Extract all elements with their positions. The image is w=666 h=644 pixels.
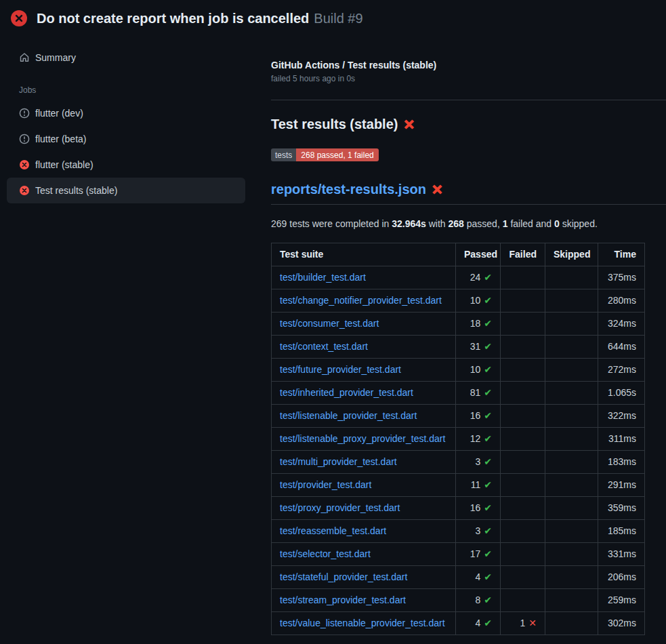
cross-mark-icon: ❌︎ [432, 183, 442, 196]
col-header-passed: Passed [456, 243, 501, 266]
table-row: test/listenable_provider_test.dart 16✔ ✕… [272, 405, 645, 428]
sidebar-item-test-results-stable[interactable]: Test results (stable) [7, 178, 245, 203]
check-icon: ✔ [484, 571, 492, 582]
passed-cell: 24✔ [456, 266, 501, 289]
test-suite-cell: test/context_test.dart [272, 336, 456, 359]
skipped-cell [545, 543, 598, 566]
test-suite-link[interactable]: test/provider_test.dart [280, 479, 371, 490]
time-cell: 375ms [598, 266, 645, 289]
test-suite-cell: test/selector_test.dart [272, 543, 456, 566]
failed-count: 1 [520, 618, 525, 628]
failed-cell: ✕ [501, 405, 545, 428]
check-icon: ✔ [484, 387, 492, 398]
test-suite-link[interactable]: test/context_test.dart [280, 341, 368, 352]
table-row: test/context_test.dart 31✔ ✕ 644ms [272, 336, 645, 359]
sidebar-item-flutter-dev[interactable]: flutter (dev) [7, 100, 245, 126]
test-suite-cell: test/listenable_proxy_provider_test.dart [272, 428, 456, 451]
summary-duration: 32.964s [392, 218, 426, 229]
skipped-cell [545, 405, 598, 428]
check-icon: ✔ [484, 548, 492, 559]
test-suite-link[interactable]: test/stream_provider_test.dart [280, 595, 406, 605]
passed-cell: 81✔ [456, 382, 501, 405]
check-icon: ✔ [484, 341, 492, 352]
passed-count: 4 [475, 571, 480, 582]
test-suite-link[interactable]: test/inherited_provider_test.dart [280, 387, 413, 398]
skipped-cell [545, 359, 598, 382]
badge-value: 268 passed, 1 failed [296, 148, 378, 161]
test-suite-cell: test/inherited_provider_test.dart [272, 382, 456, 405]
sidebar-item-flutter-stable[interactable]: flutter (stable) [7, 152, 245, 178]
table-row: test/value_listenable_provider_test.dart… [272, 612, 645, 635]
test-suite-link[interactable]: test/listenable_proxy_provider_test.dart [280, 433, 445, 444]
check-icon: ✔ [484, 502, 492, 513]
failed-cell: ✕ [501, 266, 545, 289]
time-cell: 324ms [598, 313, 645, 336]
skipped-cell [545, 474, 598, 497]
col-header-failed: Failed [501, 243, 545, 266]
run-header: Do not create report when job is cancell… [0, 0, 666, 35]
cross-mark-icon: ❌︎ [404, 118, 413, 131]
test-suite-link[interactable]: test/selector_test.dart [280, 548, 371, 559]
run-build-number: Build #9 [314, 11, 362, 26]
passed-cell: 10✔ [456, 289, 501, 313]
passed-count: 4 [475, 618, 480, 628]
sidebar-item-label: Summary [35, 52, 76, 63]
sidebar-item-summary[interactable]: Summary [7, 45, 245, 71]
passed-count: 17 [470, 548, 481, 559]
test-suite-link[interactable]: test/multi_provider_test.dart [280, 456, 397, 467]
report-file-link[interactable]: reports/test-results.json [271, 182, 426, 197]
failed-cell: ✕ [501, 566, 545, 589]
test-suite-link[interactable]: test/consumer_test.dart [280, 318, 379, 329]
test-suite-link[interactable]: test/proxy_provider_test.dart [280, 502, 400, 513]
passed-count: 8 [475, 595, 480, 605]
check-icon: ✔ [484, 433, 492, 444]
time-cell: 311ms [598, 428, 645, 451]
passed-cell: 31✔ [456, 336, 501, 359]
breadcrumb: GitHub Actions / Test results (stable) [271, 60, 644, 71]
sidebar-item-label: Test results (stable) [35, 185, 117, 196]
passed-count: 18 [470, 318, 481, 329]
skipped-cell [545, 520, 598, 543]
test-suite-cell: test/provider_test.dart [272, 474, 456, 497]
check-icon: ✔ [484, 295, 492, 306]
sidebar-item-label: flutter (stable) [35, 159, 93, 170]
run-title: Do not create report when job is cancell… [37, 11, 309, 26]
time-cell: 302ms [598, 612, 645, 635]
test-suite-link[interactable]: test/change_notifier_provider_test.dart [280, 295, 442, 306]
x-circle-icon [19, 185, 30, 196]
skipped-cell [545, 612, 598, 635]
test-suite-cell: test/proxy_provider_test.dart [272, 497, 456, 520]
failed-cell: ✕ [501, 289, 545, 313]
table-row: test/selector_test.dart 17✔ ✕ 331ms [272, 543, 645, 566]
check-icon: ✔ [484, 364, 492, 375]
passed-count: 12 [470, 433, 481, 444]
time-cell: 280ms [598, 289, 645, 313]
col-header-skipped: Skipped [545, 243, 598, 266]
test-suite-link[interactable]: test/listenable_provider_test.dart [280, 410, 417, 421]
test-suite-cell: test/listenable_provider_test.dart [272, 405, 456, 428]
divider [271, 100, 666, 100]
passed-cell: 17✔ [456, 543, 501, 566]
time-cell: 291ms [598, 474, 645, 497]
time-cell: 272ms [598, 359, 645, 382]
check-icon: ✔ [484, 318, 492, 329]
passed-cell: 10✔ [456, 359, 501, 382]
time-cell: 183ms [598, 451, 645, 474]
passed-count: 10 [470, 295, 481, 306]
sidebar-item-flutter-beta[interactable]: flutter (beta) [7, 126, 245, 152]
test-suite-cell: test/consumer_test.dart [272, 313, 456, 336]
passed-count: 11 [471, 479, 481, 490]
skipped-cell [545, 382, 598, 405]
test-suite-link[interactable]: test/future_provider_test.dart [280, 364, 401, 375]
skipped-cell [545, 313, 598, 336]
failed-cell: ✕ [501, 497, 545, 520]
test-suite-link[interactable]: test/value_listenable_provider_test.dart [280, 618, 445, 628]
table-row: test/provider_test.dart 11✔ ✕ 291ms [272, 474, 645, 497]
time-cell: 322ms [598, 405, 645, 428]
test-suite-link[interactable]: test/builder_test.dart [280, 272, 366, 283]
passed-cell: 4✔ [456, 612, 501, 635]
skipped-cell [545, 428, 598, 451]
passed-count: 81 [470, 387, 481, 398]
test-suite-link[interactable]: test/reassemble_test.dart [280, 525, 386, 536]
test-suite-link[interactable]: test/stateful_provider_test.dart [280, 571, 407, 582]
